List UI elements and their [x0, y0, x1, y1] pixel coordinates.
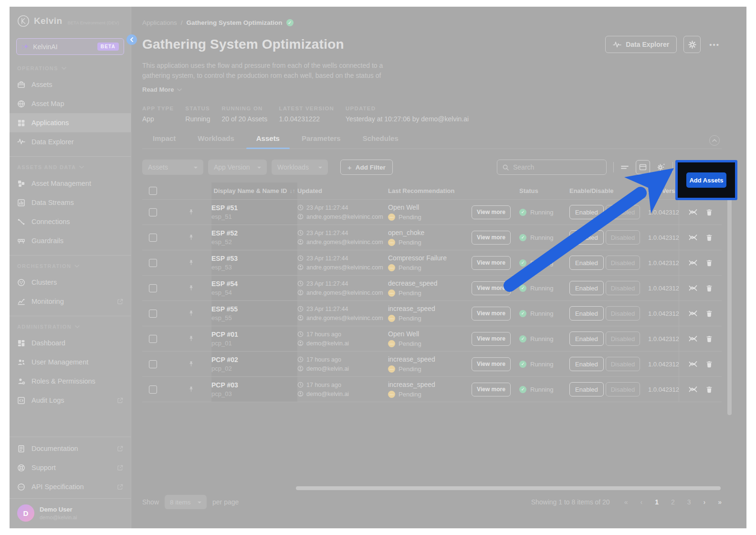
pin-icon[interactable] [188, 310, 194, 317]
trash-icon[interactable] [706, 209, 713, 216]
chart-compare-icon[interactable] [689, 310, 697, 317]
pin-icon[interactable] [188, 209, 194, 215]
next-page-button[interactable]: › [704, 498, 706, 506]
trash-icon[interactable] [706, 234, 713, 241]
enabled-button[interactable]: Enabled [569, 205, 604, 219]
view-more-button[interactable]: View more [472, 332, 511, 346]
chart-compare-icon[interactable] [689, 259, 697, 266]
pin-icon[interactable] [188, 335, 194, 342]
data-explorer-button[interactable]: Data Explorer [605, 36, 677, 53]
sidebar-section-toggle[interactable]: ASSETS AND DATA [10, 161, 131, 174]
sidebar-item-data-explorer[interactable]: Data Explorer [10, 132, 131, 151]
row-checkbox[interactable] [149, 335, 157, 343]
pin-icon[interactable] [188, 361, 194, 367]
chart-compare-icon[interactable] [689, 234, 697, 241]
disabled-button[interactable]: Disabled [606, 382, 640, 396]
settings-button[interactable] [683, 36, 701, 53]
row-checkbox[interactable] [149, 284, 157, 292]
chart-compare-icon[interactable] [689, 335, 697, 342]
sidebar-item-applications[interactable]: Applications [10, 113, 131, 132]
pin-icon[interactable] [188, 234, 194, 241]
disabled-button[interactable]: Disabled [606, 205, 640, 219]
page-1-button[interactable]: 1 [655, 498, 659, 506]
sort-icon[interactable]: ↓↑ [289, 188, 295, 194]
sidebar-section-toggle[interactable]: ADMINISTRATION [10, 321, 131, 333]
kelvin-ai-item[interactable]: :✦ KelvinAI BETA [16, 38, 124, 55]
trash-icon[interactable] [706, 335, 713, 342]
pin-icon[interactable] [188, 285, 194, 291]
sidebar-section-toggle[interactable]: ORCHESTRATION [10, 260, 131, 273]
chart-compare-icon[interactable] [689, 285, 697, 291]
row-checkbox[interactable] [149, 310, 157, 318]
disabled-button[interactable]: Disabled [606, 281, 640, 295]
row-checkbox[interactable] [149, 208, 157, 216]
disabled-button[interactable]: Disabled [606, 230, 640, 245]
view-more-button[interactable]: View more [472, 307, 511, 321]
add-filter-button[interactable]: + Add Filter [340, 160, 393, 175]
sidebar-item-user-management[interactable]: User Management [10, 353, 131, 372]
sidebar-item-data-streams[interactable]: Data Streams [10, 193, 131, 212]
trash-icon[interactable] [706, 259, 713, 267]
collapse-header-button[interactable] [709, 135, 720, 146]
row-checkbox[interactable] [149, 360, 157, 368]
filter-app-version-dropdown[interactable]: App Version [208, 160, 267, 175]
sidebar-item-dashboard[interactable]: Dashboard [10, 333, 131, 353]
sidebar-item-assets[interactable]: Assets [10, 75, 131, 94]
sidebar-item-connections[interactable]: Connections [10, 212, 131, 231]
disabled-button[interactable]: Disabled [606, 256, 640, 270]
page-2-button[interactable]: 2 [671, 498, 675, 506]
tab-parameters[interactable]: Parameters [302, 134, 341, 149]
view-more-button[interactable]: View more [472, 205, 511, 219]
enabled-button[interactable]: Enabled [569, 357, 604, 371]
row-checkbox[interactable] [149, 385, 157, 394]
page-size-dropdown[interactable]: 8 items [165, 495, 207, 509]
sidebar-item-monitoring[interactable]: Monitoring [10, 292, 131, 311]
sidebar-item-support[interactable]: Support [10, 458, 131, 477]
sidebar-section-toggle[interactable]: OPERATIONS [10, 63, 131, 75]
view-more-button[interactable]: View more [472, 231, 511, 245]
trash-icon[interactable] [706, 386, 713, 393]
enabled-button[interactable]: Enabled [569, 382, 604, 396]
sidebar-item-asset-map[interactable]: Asset Map [10, 94, 131, 113]
more-options-button[interactable]: ••• [707, 41, 722, 49]
row-checkbox[interactable] [149, 259, 157, 267]
table-view-toggle[interactable] [636, 160, 650, 174]
view-more-button[interactable]: View more [472, 357, 511, 371]
row-checkbox[interactable] [149, 234, 157, 242]
prev-page-button[interactable]: ‹ [640, 498, 642, 506]
enabled-button[interactable]: Enabled [569, 332, 604, 346]
chart-compare-icon[interactable] [689, 386, 697, 393]
disabled-button[interactable]: Disabled [606, 357, 640, 371]
disabled-button[interactable]: Disabled [606, 306, 640, 321]
enabled-button[interactable]: Enabled [569, 230, 604, 245]
chart-compare-icon[interactable] [689, 361, 697, 367]
pin-icon[interactable] [188, 259, 194, 266]
tab-assets[interactable]: Assets [256, 134, 280, 149]
trash-icon[interactable] [706, 361, 713, 368]
disabled-button[interactable]: Disabled [606, 332, 640, 346]
enabled-button[interactable]: Enabled [569, 256, 604, 270]
sidebar-item-guardrails[interactable]: Guardrails [10, 231, 131, 250]
view-more-button[interactable]: View more [472, 281, 511, 295]
trash-icon[interactable] [706, 310, 713, 317]
list-view-icon[interactable] [620, 164, 629, 171]
page-3-button[interactable]: 3 [687, 498, 691, 506]
tab-impact[interactable]: Impact [153, 134, 176, 149]
enabled-button[interactable]: Enabled [569, 306, 604, 321]
select-all-checkbox[interactable] [149, 187, 157, 195]
trash-icon[interactable] [706, 285, 713, 292]
enabled-button[interactable]: Enabled [569, 281, 604, 295]
add-assets-button[interactable]: Add Assets [686, 172, 726, 188]
first-page-button[interactable]: « [624, 498, 628, 506]
last-page-button[interactable]: » [718, 498, 722, 506]
filter-workloads-dropdown[interactable]: Workloads [272, 160, 328, 175]
vertical-scrollbar[interactable] [727, 198, 732, 415]
breadcrumb-applications[interactable]: Applications [142, 19, 177, 26]
sidebar-item-asset-management[interactable]: Asset Management [10, 174, 131, 193]
chart-compare-icon[interactable] [689, 209, 697, 215]
sidebar-item-roles-permissions[interactable]: Roles & Permissions [10, 372, 131, 391]
read-more-button[interactable]: Read More [142, 86, 182, 93]
sidebar-item-documentation[interactable]: Documentation [10, 439, 131, 458]
sidebar-item-clusters[interactable]: Clusters [10, 273, 131, 292]
sidebar-collapse-button[interactable] [126, 34, 137, 45]
